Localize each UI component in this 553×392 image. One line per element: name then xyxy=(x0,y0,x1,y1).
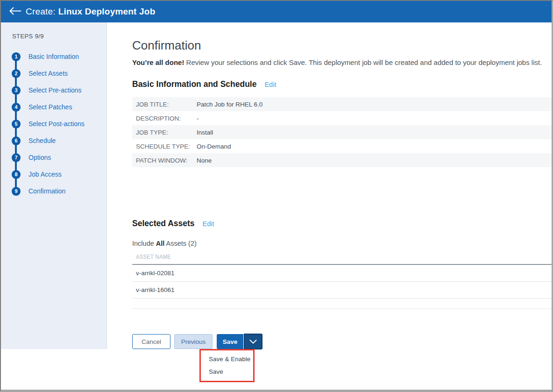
summary-label: JOB TITLE: xyxy=(136,101,197,108)
summary-value: Patch Job for RHEL 6.0 xyxy=(197,101,262,108)
step-label: Job Access xyxy=(28,171,62,178)
basic-info-section-header: Basic Information and Schedule Edit xyxy=(132,79,552,89)
sidebar-step-job-access[interactable]: 8 Job Access xyxy=(1,166,106,183)
save-options-toggle[interactable] xyxy=(244,334,262,349)
steps-progress-label: STEPS 9/9 xyxy=(1,22,106,40)
back-button[interactable] xyxy=(8,5,22,19)
step-number-badge: 1 xyxy=(12,52,21,61)
step-number-badge: 6 xyxy=(12,136,21,145)
step-label: Basic Information xyxy=(28,53,79,60)
sidebar-column: STEPS 9/9 1 Basic Information 2 Select A… xyxy=(1,22,107,390)
section-title-basic-info: Basic Information and Schedule xyxy=(132,79,256,89)
create-deployment-job-window: Create:Linux Deployment Job STEPS 9/9 1 … xyxy=(0,0,553,392)
asset-name-column-header: ASSET NAME xyxy=(132,254,552,265)
include-assets-suffix: Assets (2) xyxy=(164,240,197,247)
step-label: Options xyxy=(28,154,51,161)
sidebar-step-options[interactable]: 7 Options xyxy=(1,149,106,166)
include-assets-bold: All xyxy=(156,240,165,247)
page-heading: Confirmation xyxy=(132,39,552,52)
summary-label: DESCRIPTION: xyxy=(136,115,197,122)
top-header: Create:Linux Deployment Job xyxy=(1,1,552,22)
intro-text-rest: Review your selections and click Save. T… xyxy=(184,58,542,66)
menu-item-save-and-enable[interactable]: Save & Enable xyxy=(201,353,253,365)
sidebar-step-confirmation[interactable]: 9 Confirmation xyxy=(1,183,106,200)
step-label: Schedule xyxy=(28,137,56,144)
sidebar-step-select-post-actions[interactable]: 5 Select Post-actions xyxy=(1,115,106,132)
step-number-badge: 9 xyxy=(12,187,21,196)
summary-label: JOB TYPE: xyxy=(136,129,197,136)
main-content: Confirmation You’re all done! Review you… xyxy=(107,22,552,390)
summary-value: None xyxy=(197,157,212,164)
include-assets-text: Include All Assets (2) xyxy=(132,240,552,247)
step-number-badge: 5 xyxy=(12,120,21,128)
sidebar-step-basic-information[interactable]: 1 Basic Information xyxy=(1,48,106,65)
asset-row: v-arrikl-16061 xyxy=(132,282,552,299)
edit-basic-info-link[interactable]: Edit xyxy=(264,81,276,88)
page-title: Create:Linux Deployment Job xyxy=(26,7,155,17)
cancel-button[interactable]: Cancel xyxy=(132,334,170,349)
page-title-prefix: Create: xyxy=(26,7,56,16)
step-label: Select Post-actions xyxy=(28,120,85,128)
intro-text: You’re all done! Review your selections … xyxy=(132,58,552,67)
previous-button[interactable]: Previous xyxy=(174,334,213,349)
action-button-bar: Cancel Previous Save Save & Enable Save xyxy=(132,334,552,349)
steps-sidebar: STEPS 9/9 1 Basic Information 2 Select A… xyxy=(1,22,107,349)
chevron-down-icon xyxy=(249,337,257,346)
intro-text-bold: You’re all done! xyxy=(132,58,184,66)
sidebar-step-select-patches[interactable]: 4 Select Patches xyxy=(1,99,106,115)
sidebar-step-schedule[interactable]: 6 Schedule xyxy=(1,132,106,149)
section-divider xyxy=(132,308,552,309)
edit-selected-assets-link[interactable]: Edit xyxy=(203,220,214,228)
summary-row-schedule-type: SCHEDULE TYPE: On-Demand xyxy=(132,139,552,153)
include-assets-prefix: Include xyxy=(132,240,156,247)
back-arrow-icon xyxy=(9,7,21,17)
step-label: Select Assets xyxy=(28,70,68,77)
assets-table: ASSET NAME v-arrikl-02081 v-arrikl-16061 xyxy=(132,254,552,299)
asset-row: v-arrikl-02081 xyxy=(132,265,552,282)
sidebar-step-select-pre-actions[interactable]: 3 Select Pre-actions xyxy=(1,82,106,99)
summary-row-description: DESCRIPTION: - xyxy=(132,111,552,125)
menu-item-save[interactable]: Save xyxy=(201,365,253,378)
page-title-text: Linux Deployment Job xyxy=(58,7,156,16)
step-number-badge: 4 xyxy=(12,103,21,112)
step-number-badge: 2 xyxy=(12,69,21,78)
save-dropdown-menu: Save & Enable Save xyxy=(199,349,255,382)
step-number-badge: 3 xyxy=(12,86,21,95)
summary-row-patch-window: PATCH WINDOW: None xyxy=(132,153,552,167)
steps-list: 1 Basic Information 2 Select Assets 3 Se… xyxy=(1,48,106,200)
step-label: Confirmation xyxy=(28,187,65,195)
basic-info-summary-table: JOB TITLE: Patch Job for RHEL 6.0 DESCRI… xyxy=(132,97,552,167)
summary-label: SCHEDULE TYPE: xyxy=(136,143,197,150)
section-title-selected-assets: Selected Assets xyxy=(132,219,195,228)
summary-label: PATCH WINDOW: xyxy=(136,157,197,164)
step-number-badge: 8 xyxy=(12,170,21,179)
summary-row-job-type: JOB TYPE: Install xyxy=(132,125,552,139)
main-layout: STEPS 9/9 1 Basic Information 2 Select A… xyxy=(1,22,552,390)
step-label: Select Patches xyxy=(28,103,72,111)
summary-value: - xyxy=(197,115,199,122)
save-button[interactable]: Save xyxy=(217,334,243,349)
step-label: Select Pre-actions xyxy=(28,86,82,94)
step-number-badge: 7 xyxy=(12,153,21,162)
summary-value: On-Demand xyxy=(197,143,231,150)
sidebar-step-select-assets[interactable]: 2 Select Assets xyxy=(1,65,106,82)
summary-value: Install xyxy=(197,129,213,136)
selected-assets-section-header: Selected Assets Edit xyxy=(132,219,552,228)
summary-row-job-title: JOB TITLE: Patch Job for RHEL 6.0 xyxy=(132,97,552,111)
